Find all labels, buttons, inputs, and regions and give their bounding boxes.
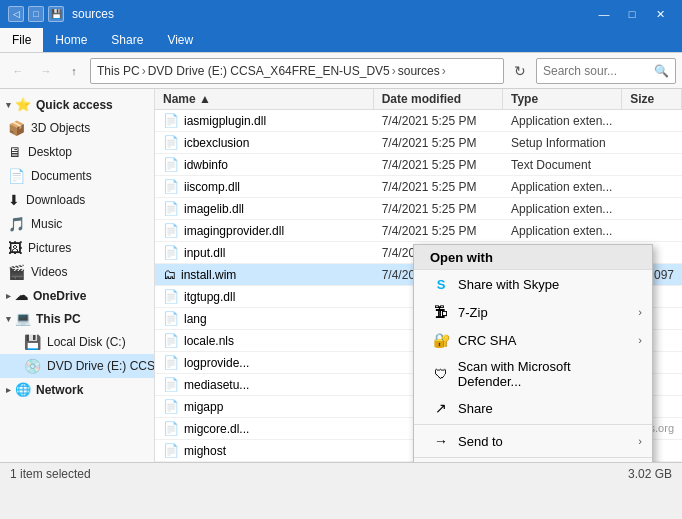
onedrive-label: OneDrive (33, 289, 86, 303)
context-menu: Open with S Share with Skype 🗜 7-Zip › 🔐… (413, 244, 653, 462)
ctx-item-copy[interactable]: 📋 Copy (414, 460, 652, 462)
title-icon-disk[interactable]: 💾 (48, 6, 64, 22)
ctx-item-share[interactable]: ↗ Share (414, 394, 652, 422)
network-label: Network (36, 383, 83, 397)
file-icon: 📄 (163, 179, 179, 194)
forward-button[interactable]: → (34, 59, 58, 83)
minimize-button[interactable]: — (590, 0, 618, 28)
title-bar-icons: ◁ □ 💾 (8, 6, 64, 22)
address-path[interactable]: This PC › DVD Drive (E:) CCSA_X64FRE_EN-… (90, 58, 504, 84)
tab-share[interactable]: Share (99, 28, 155, 52)
ctx-label: Send to (458, 434, 503, 449)
star-icon: ⭐ (15, 97, 31, 112)
sidebar-item-local-disk[interactable]: 💾 Local Disk (C:) (0, 330, 154, 354)
up-button[interactable]: ↑ (62, 59, 86, 83)
sidebar-item-downloads[interactable]: ⬇ Downloads (0, 188, 154, 212)
file-icon: 📄 (163, 443, 179, 458)
tab-file[interactable]: File (0, 28, 43, 52)
refresh-button[interactable]: ↻ (508, 59, 532, 83)
ctx-separator (414, 424, 652, 425)
col-header-size[interactable]: Size (622, 89, 682, 109)
defender-icon: 🛡 (430, 366, 452, 382)
col-header-date[interactable]: Date modified (374, 89, 503, 109)
table-row[interactable]: 📄imagelib.dll 7/4/2021 5:25 PM Applicati… (155, 198, 682, 220)
localdisk-icon: 💾 (24, 334, 41, 350)
path-drive[interactable]: DVD Drive (E:) CCSA_X64FRE_EN-US_DV5 (148, 64, 390, 78)
pictures-icon: 🖼 (8, 240, 22, 256)
sidebar-item-desktop[interactable]: 🖥 Desktop (0, 140, 154, 164)
ctx-label: 7-Zip (458, 305, 488, 320)
file-icon: 📄 (163, 289, 179, 304)
window-controls: — □ ✕ (590, 0, 674, 28)
title-icon-fwd[interactable]: □ (28, 6, 44, 22)
sidebar-item-3dobjects[interactable]: 📦 3D Objects (0, 116, 154, 140)
wim-file-icon: 🗂 (163, 267, 176, 282)
ctx-item-skype[interactable]: S Share with Skype (414, 270, 652, 298)
ctx-item-crcsha[interactable]: 🔐 CRC SHA › (414, 326, 652, 354)
ctx-item-sendto[interactable]: → Send to › (414, 427, 652, 455)
search-icon: 🔍 (654, 64, 669, 78)
sidebar-item-label: Desktop (28, 145, 72, 159)
maximize-button[interactable]: □ (618, 0, 646, 28)
title-bar: ◁ □ 💾 sources — □ ✕ (0, 0, 682, 28)
sidebar-item-this-pc[interactable]: ▾ 💻 This PC (0, 307, 154, 330)
table-row[interactable]: 📄idwbinfo 7/4/2021 5:25 PM Text Document (155, 154, 682, 176)
search-box[interactable]: 🔍 (536, 58, 676, 84)
col-header-type[interactable]: Type (503, 89, 622, 109)
file-icon: 📄 (163, 245, 179, 260)
sidebar-item-label: Local Disk (C:) (47, 335, 126, 349)
status-bar: 1 item selected 3.02 GB (0, 462, 682, 484)
path-sources[interactable]: sources (398, 64, 440, 78)
3dobjects-icon: 📦 (8, 120, 25, 136)
crc-icon: 🔐 (430, 332, 452, 348)
sidebar-item-dvd-drive[interactable]: 💿 DVD Drive (E:) CCS▲ (0, 354, 154, 378)
sidebar-item-label: Videos (31, 265, 67, 279)
file-icon: 📄 (163, 135, 179, 150)
table-row[interactable]: 📄icbexclusion 7/4/2021 5:25 PM Setup Inf… (155, 132, 682, 154)
table-row[interactable]: 📄imagingprovider.dll 7/4/2021 5:25 PM Ap… (155, 220, 682, 242)
sidebar-item-pictures[interactable]: 🖼 Pictures (0, 236, 154, 260)
ctx-item-7zip[interactable]: 🗜 7-Zip › (414, 298, 652, 326)
table-row[interactable]: 📄iasmigplugin.dll 7/4/2021 5:25 PM Appli… (155, 110, 682, 132)
sidebar-item-label: Documents (31, 169, 92, 183)
close-button[interactable]: ✕ (646, 0, 674, 28)
music-icon: 🎵 (8, 216, 25, 232)
table-row[interactable]: 📄iiscomp.dll 7/4/2021 5:25 PM Applicatio… (155, 176, 682, 198)
desktop-icon: 🖥 (8, 144, 22, 160)
status-size-info: 3.02 GB (628, 467, 672, 481)
sidebar-item-label: Downloads (26, 193, 85, 207)
ctx-label: Share (458, 401, 493, 416)
back-button[interactable]: ← (6, 59, 30, 83)
sidebar-item-documents[interactable]: 📄 Documents (0, 164, 154, 188)
downloads-icon: ⬇ (8, 192, 20, 208)
sidebar-item-label: DVD Drive (E:) CCS▲ (47, 359, 154, 373)
share-icon: ↗ (430, 400, 452, 416)
onedrive-icon: ☁ (15, 288, 28, 303)
file-icon: 📄 (163, 223, 179, 238)
sidebar-item-network[interactable]: ▸ 🌐 Network (0, 378, 154, 401)
sidebar-item-label: Music (31, 217, 62, 231)
submenu-arrow-icon: › (638, 306, 642, 318)
tab-home[interactable]: Home (43, 28, 99, 52)
network-icon: 🌐 (15, 382, 31, 397)
context-menu-header: Open with (414, 245, 652, 270)
tab-view[interactable]: View (155, 28, 205, 52)
sidebar-item-music[interactable]: 🎵 Music (0, 212, 154, 236)
ctx-item-defender[interactable]: 🛡 Scan with Microsoft Defender... (414, 354, 652, 394)
ctx-label: Share with Skype (458, 277, 559, 292)
search-input[interactable] (543, 64, 654, 78)
sidebar-item-quick-access[interactable]: ▾ ⭐ Quick access (0, 93, 154, 116)
file-icon: 📄 (163, 421, 179, 436)
chevron-down-icon-pc: ▾ (6, 314, 11, 324)
submenu-arrow-icon: › (638, 334, 642, 346)
skype-icon: S (430, 277, 452, 292)
sidebar-item-onedrive[interactable]: ▸ ☁ OneDrive (0, 284, 154, 307)
title-icon-back[interactable]: ◁ (8, 6, 24, 22)
col-header-name[interactable]: Name ▲ (155, 89, 374, 109)
sidebar-item-videos[interactable]: 🎬 Videos (0, 260, 154, 284)
address-bar: ← → ↑ This PC › DVD Drive (E:) CCSA_X64F… (0, 53, 682, 89)
path-thispc[interactable]: This PC (97, 64, 140, 78)
window-title: sources (72, 7, 590, 21)
main-layout: ▾ ⭐ Quick access 📦 3D Objects 🖥 Desktop … (0, 89, 682, 462)
file-area[interactable]: Name ▲ Date modified Type Size 📄iasmigpl… (155, 89, 682, 462)
